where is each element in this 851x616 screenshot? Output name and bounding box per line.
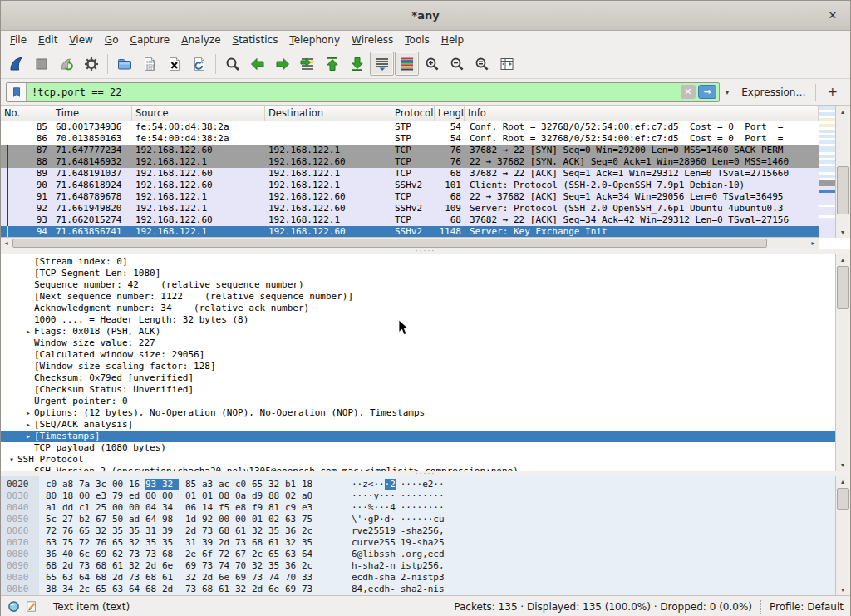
detail-row[interactable]: Checksum: 0x79ed [unverified] [1, 372, 837, 384]
scroll-up-arrow[interactable]: ▴ [836, 254, 849, 265]
menu-edit[interactable]: Edit [32, 32, 63, 47]
zoom-in-button[interactable] [420, 52, 444, 76]
menu-file[interactable]: File [4, 32, 32, 47]
open-file-button[interactable] [112, 52, 136, 76]
detail-row[interactable]: ▸SSH Version 2 (encryption:chacha20-poly… [1, 466, 837, 471]
vscroll-thumb[interactable] [837, 488, 849, 510]
capture-options-button[interactable] [79, 52, 103, 76]
hex-row[interactable]: 0020c0a87a3c0016933285a3acc06532b118··z<… [1, 479, 850, 490]
resize-columns-button[interactable] [494, 52, 519, 76]
detail-row[interactable]: [Next sequence number: 1122 (relative se… [1, 291, 837, 303]
detail-row[interactable]: [Calculated window size: 29056] [1, 349, 837, 361]
hex-row[interactable]: 006072766532353531392d7368613235362crve2… [1, 525, 850, 537]
hex-row[interactable]: 0040a1ddc125000004340614f5e8f981c9e3···%… [1, 502, 850, 514]
stop-capture-button[interactable] [29, 52, 53, 76]
detail-row[interactable]: ▾SSH Protocol [1, 454, 837, 466]
hex-row[interactable]: 0030801800e379ed00000101080ad98802a0····… [1, 490, 850, 502]
hex-row[interactable]: 00a0656364682d736861322d6e6973747033ecdh… [1, 572, 850, 584]
colorize-button[interactable] [395, 52, 419, 76]
bytes-vscrollbar[interactable]: ▴ ▾ [835, 476, 850, 595]
detail-row[interactable]: [Window size scaling factor: 128] [1, 361, 837, 372]
zoom-out-button[interactable] [445, 52, 469, 76]
filter-apply-button[interactable]: → [698, 85, 716, 99]
go-to-packet-button[interactable] [295, 52, 319, 76]
detail-row[interactable]: Acknowledgment number: 34 (relative ack … [1, 303, 837, 314]
packet-row[interactable]: 9171.648789678192.168.122.1192.168.122.6… [1, 191, 819, 203]
filter-bookmark-button[interactable] [7, 83, 27, 101]
column-header-length[interactable]: Length [435, 106, 465, 121]
vscroll-thumb[interactable] [837, 166, 849, 214]
capture-comment-icon[interactable] [26, 600, 37, 613]
detail-row[interactable]: ▸Flags: 0x018 (PSH, ACK) [1, 326, 837, 338]
restart-capture-button[interactable] [54, 52, 78, 76]
hex-row[interactable]: 0090682d736861322d6e697374703235362ch-sh… [1, 560, 850, 572]
scroll-left-arrow[interactable]: ◂ [1, 238, 12, 249]
menu-view[interactable]: View [63, 32, 98, 47]
chevron-right-icon[interactable]: ▸ [22, 326, 34, 338]
detail-row[interactable]: ▸[Timestamps] [1, 431, 837, 442]
column-header-destination[interactable]: Destination [265, 106, 391, 121]
menu-telephony[interactable]: Telephony [283, 32, 346, 47]
hex-row[interactable]: 008036406c69627373682e6f72672c6563646@li… [1, 549, 850, 560]
display-filter-input[interactable]: !tcp.port == 22 ✕ → [6, 82, 720, 102]
column-header-time[interactable]: Time [52, 106, 132, 121]
hex-row[interactable]: 0070637572766532353531392d7368613235curv… [1, 537, 850, 549]
reload-file-button[interactable] [187, 52, 211, 76]
menu-analyze[interactable]: Analyze [175, 32, 226, 47]
packet-list-vscrollbar[interactable]: ▴ ▾ [835, 106, 850, 238]
expression-button[interactable]: Expression… [735, 86, 812, 98]
packet-row[interactable]: 8670.013850163fe:54:00:d4:38:2aSTP54Conf… [1, 133, 819, 145]
hex-row[interactable]: 00b038342c656364682d736861322d6e697384,e… [1, 584, 850, 595]
close-file-button[interactable] [162, 52, 186, 76]
chevron-right-icon[interactable]: ▸ [22, 419, 34, 431]
packet-row[interactable]: 9471.663856741192.168.122.1192.168.122.6… [1, 226, 819, 237]
menu-help[interactable]: Help [435, 32, 470, 47]
scroll-up-arrow[interactable]: ▴ [836, 106, 849, 117]
scroll-down-arrow[interactable]: ▾ [836, 584, 849, 595]
scroll-up-arrow[interactable]: ▴ [836, 476, 849, 487]
packet-row[interactable]: 9071.648618924192.168.122.60192.168.122.… [1, 180, 819, 191]
packet-row[interactable]: 9271.661949820192.168.122.1192.168.122.6… [1, 203, 819, 214]
go-first-button[interactable] [320, 52, 344, 76]
save-file-button[interactable]: 010101100111 [137, 52, 161, 76]
menu-capture[interactable]: Capture [124, 32, 175, 47]
detail-row[interactable]: [Stream index: 0] [1, 256, 837, 268]
chevron-down-icon[interactable]: ▾ [6, 454, 17, 466]
detail-row[interactable]: Urgent pointer: 0 [1, 396, 837, 407]
column-header-info[interactable]: Info [465, 106, 819, 121]
filter-dropdown-caret[interactable]: ▾ [723, 88, 732, 96]
filter-text[interactable]: !tcp.port == 22 [27, 86, 681, 98]
go-forward-button[interactable] [270, 52, 294, 76]
scroll-down-arrow[interactable]: ▾ [836, 460, 849, 471]
packet-row[interactable]: 9371.662015274192.168.122.60192.168.122.… [1, 214, 819, 226]
packet-row[interactable]: 8568.001734936fe:54:00:d4:38:2aSTP54Conf… [1, 121, 819, 133]
packet-row[interactable]: 8771.647777234192.168.122.60192.168.122.… [1, 145, 819, 156]
scroll-right-arrow[interactable]: ▸ [808, 238, 819, 249]
chevron-right-icon[interactable]: ▸ [22, 431, 34, 442]
column-header-no[interactable]: No. [1, 106, 52, 121]
menu-statistics[interactable]: Statistics [227, 32, 284, 47]
column-header-source[interactable]: Source [132, 106, 265, 121]
go-last-button[interactable] [345, 52, 369, 76]
hex-row[interactable]: 00505c27b26750ad64981d92000001026375\'·g… [1, 514, 850, 525]
detail-row[interactable]: ▸[SEQ/ACK analysis] [1, 419, 837, 431]
add-filter-button[interactable]: + [819, 85, 845, 100]
find-packet-button[interactable] [220, 52, 244, 76]
menu-wireless[interactable]: Wireless [346, 32, 399, 47]
detail-row[interactable]: Sequence number: 42 (relative sequence n… [1, 279, 837, 291]
chevron-right-icon[interactable]: ▸ [22, 466, 34, 471]
detail-row[interactable]: 1000 .... = Header Length: 32 bytes (8) [1, 314, 837, 326]
menu-go[interactable]: Go [99, 32, 125, 47]
detail-row[interactable]: ▸Options: (12 bytes), No-Operation (NOP)… [1, 407, 837, 419]
detail-row[interactable]: [TCP Segment Len: 1080] [1, 268, 837, 279]
packet-row[interactable]: 8971.648191037192.168.122.60192.168.122.… [1, 168, 819, 180]
scroll-down-arrow[interactable]: ▾ [836, 227, 849, 238]
expert-info-icon[interactable] [7, 600, 20, 613]
packet-row[interactable]: 8871.648146932192.168.122.1192.168.122.6… [1, 156, 819, 168]
filter-clear-button[interactable]: ✕ [681, 85, 696, 99]
vscroll-thumb[interactable] [837, 266, 849, 309]
auto-scroll-button[interactable] [370, 52, 394, 76]
detail-row[interactable]: Window size value: 227 [1, 338, 837, 349]
hscroll-thumb[interactable] [12, 239, 767, 248]
close-icon[interactable]: ✕ [825, 8, 840, 23]
